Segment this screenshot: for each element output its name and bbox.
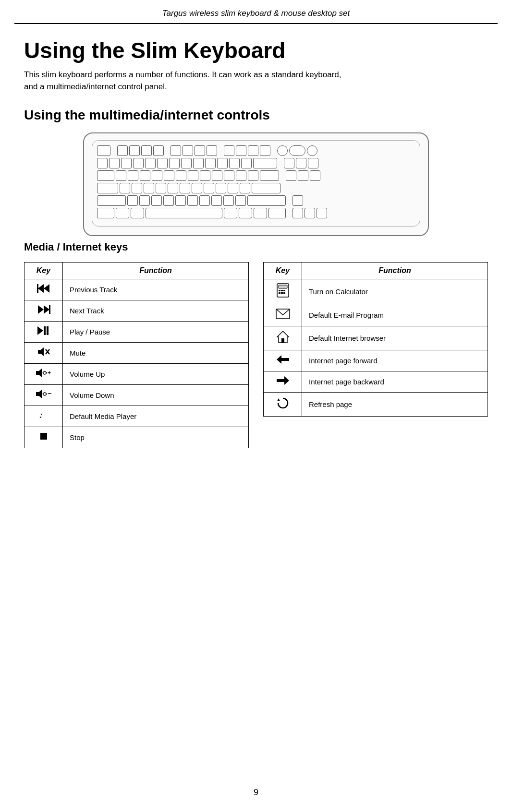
right-function-cell-1: Default E-mail Program <box>302 304 488 326</box>
right-table-row: Internet page forward <box>264 350 488 371</box>
function-cell-4: Volume Up <box>63 363 249 384</box>
right-function-cell-3: Internet page forward <box>302 350 488 371</box>
quote-key <box>240 183 250 193</box>
k-key <box>204 183 214 193</box>
tab-key <box>97 170 114 181</box>
down-key <box>305 208 315 218</box>
left-key <box>293 208 303 218</box>
r-key <box>152 170 162 181</box>
backspace-key <box>253 158 277 168</box>
f8-key <box>207 145 217 156</box>
del-key <box>286 170 296 181</box>
svg-marker-1 <box>44 284 49 293</box>
rbracket-key <box>248 170 258 181</box>
svg-rect-2 <box>37 284 38 293</box>
comma-key <box>211 195 222 206</box>
svg-rect-30 <box>281 358 289 361</box>
svg-rect-32 <box>277 379 284 382</box>
pwr-key <box>277 145 288 156</box>
space-key <box>146 208 222 218</box>
3-key <box>133 158 144 168</box>
sleep-key <box>289 145 305 156</box>
calculator-icon <box>264 279 302 304</box>
function-cell-0: Previous Track <box>63 279 249 300</box>
svg-text:+: + <box>48 370 51 376</box>
svg-rect-17 <box>40 433 47 440</box>
lshift-key <box>97 195 126 206</box>
right-function-cell-2: Default Internet browser <box>302 326 488 350</box>
n-key <box>187 195 198 206</box>
up-key <box>293 195 303 206</box>
lctrl-key <box>97 208 114 218</box>
f11-key <box>248 145 258 156</box>
f5-key <box>171 145 181 156</box>
svg-marker-3 <box>38 305 44 314</box>
backslash-key <box>260 170 279 181</box>
svg-marker-33 <box>277 398 280 401</box>
f9-key <box>224 145 234 156</box>
refresh-icon <box>264 392 302 416</box>
end-key <box>298 170 308 181</box>
svg-marker-0 <box>38 284 44 293</box>
t-key <box>164 170 174 181</box>
equals-key <box>241 158 252 168</box>
left-col1-header: Key <box>24 262 63 279</box>
ins-key <box>284 158 294 168</box>
lwin-key <box>116 208 129 218</box>
y-key <box>176 170 186 181</box>
w-key <box>128 170 138 181</box>
f2-key <box>129 145 140 156</box>
esc-key <box>97 145 110 156</box>
section-title: Using the multimedia/internet controls <box>24 107 488 123</box>
o-key <box>212 170 222 181</box>
ralt-key <box>224 208 237 218</box>
u-key <box>188 170 198 181</box>
intro-text: This slim keyboard performs a number of … <box>24 69 351 93</box>
v-key <box>163 195 174 206</box>
left-table: Key Function Previous TrackNext TrackPla… <box>24 262 249 448</box>
svg-marker-6 <box>37 326 43 335</box>
right-col2-header: Function <box>302 262 488 279</box>
caps-key <box>97 183 118 193</box>
e-key <box>140 170 150 181</box>
2-key <box>121 158 132 168</box>
f1-key <box>117 145 128 156</box>
lbracket-key <box>236 170 246 181</box>
main-title: Using the Slim Keyboard <box>24 38 488 63</box>
right-table: Key Function Turn on CalculatorDefault E… <box>263 262 488 417</box>
1-key <box>109 158 120 168</box>
left-table-row: +Volume Up <box>24 363 249 384</box>
semi-key <box>228 183 238 193</box>
svg-rect-7 <box>44 326 46 335</box>
svg-marker-14 <box>36 390 42 398</box>
svg-rect-22 <box>283 290 285 291</box>
svg-marker-31 <box>284 376 289 385</box>
svg-rect-20 <box>279 290 280 291</box>
svg-rect-21 <box>281 290 283 291</box>
function-cell-7: Stop <box>63 427 249 448</box>
rwin-key <box>239 208 252 218</box>
page-back-icon <box>264 350 302 371</box>
svg-rect-5 <box>49 305 50 314</box>
svg-marker-12 <box>36 369 42 377</box>
enter-key <box>252 183 280 193</box>
right-function-cell-5: Refresh page <box>302 392 488 416</box>
z-key <box>127 195 138 206</box>
rctrl-key <box>268 208 286 218</box>
left-table-row: ♪Default Media Player <box>24 406 249 427</box>
left-table-row: −Volume Down <box>24 384 249 406</box>
next-track-icon <box>24 300 63 321</box>
c-key <box>151 195 162 206</box>
right-table-row: Default Internet browser <box>264 326 488 350</box>
home-key <box>296 158 306 168</box>
svg-text:−: − <box>48 390 51 397</box>
5-key <box>157 158 168 168</box>
left-table-row: Previous Track <box>24 279 249 300</box>
right-function-cell-0: Turn on Calculator <box>302 279 488 304</box>
svg-marker-4 <box>44 305 49 314</box>
browser-icon <box>264 326 302 350</box>
f10-key <box>236 145 246 156</box>
svg-text:♪: ♪ <box>39 410 43 420</box>
left-table-row: Stop <box>24 427 249 448</box>
q-key <box>116 170 126 181</box>
